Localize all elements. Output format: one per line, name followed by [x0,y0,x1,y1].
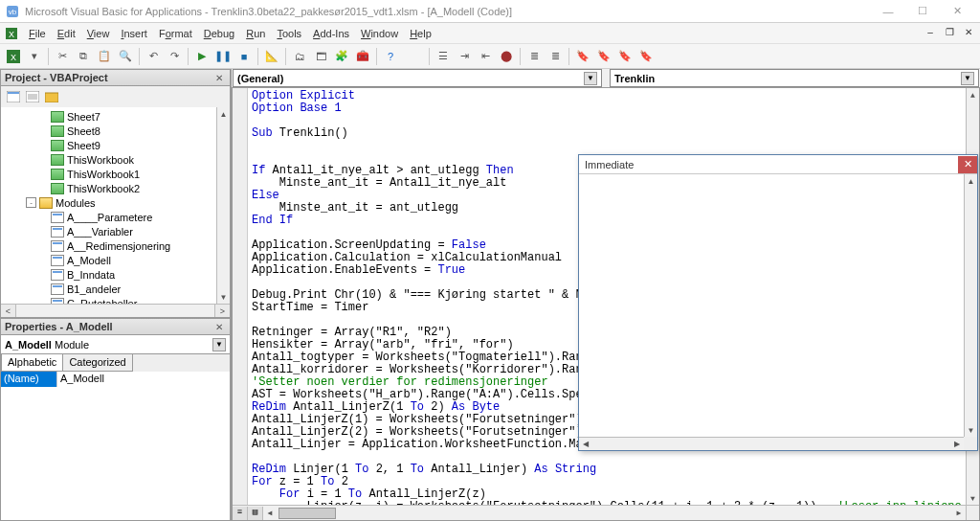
immediate-window[interactable]: Immediate ✕ ▲▼ ◀▶ [578,154,978,451]
project-panel-close-icon[interactable]: ✕ [212,71,226,84]
tree-scroll-left-icon[interactable]: < [1,304,16,317]
tree-item[interactable]: A___Variabler [1,224,230,238]
toolbox-icon[interactable]: 🧰 [353,47,372,66]
tree-item[interactable]: Sheet8 [1,124,230,138]
full-module-view-icon[interactable]: ▤ [248,507,263,520]
mdi-close-button[interactable]: ✕ [961,25,976,38]
code-procedure-dropdown[interactable]: Trenklin ▼ [610,69,979,87]
indent-icon[interactable]: ⇥ [455,47,474,66]
dropdown-arrow-icon[interactable]: ▼ [961,72,974,85]
bookmark-clear-icon[interactable]: 🔖 [636,47,656,66]
find-icon[interactable]: 🔍 [116,47,135,66]
svg-rect-10 [45,93,58,102]
properties-grid[interactable]: (Name) A_Modell [0,372,231,521]
view-excel-icon[interactable]: X [4,47,23,66]
tree-vertical-scrollbar[interactable]: ▲▼ [216,107,230,304]
menu-window[interactable]: Window [355,26,404,41]
breakpoint-icon[interactable]: ⬤ [497,47,516,66]
immediate-titlebar[interactable]: Immediate ✕ [579,155,977,174]
break-icon[interactable]: ❚❚ [213,47,233,66]
paste-icon[interactable]: 📋 [95,47,114,66]
toggle-folders-icon[interactable] [43,88,60,105]
menu-edit[interactable]: Edit [52,26,81,41]
tree-item[interactable]: A_Modell [1,253,230,267]
uncomment-block-icon[interactable]: ≣ [546,47,565,66]
tree-item[interactable]: ThisWorkbook2 [1,181,230,195]
bookmark-next-icon[interactable]: 🔖 [594,47,613,66]
object-browser-icon[interactable]: 🧩 [332,47,351,66]
menu-debug[interactable]: Debug [198,26,240,41]
procedure-view-icon[interactable]: ≡ [233,507,248,520]
mod-icon [51,255,64,266]
project-panel-header[interactable]: Project - VBAProject ✕ [0,69,231,86]
tree-item[interactable]: A__Redimensjonering [1,238,230,253]
window-close-button[interactable]: ✕ [940,2,974,21]
immediate-close-button[interactable]: ✕ [958,156,977,173]
undo-icon[interactable]: ↶ [144,47,163,66]
cut-icon[interactable]: ✂ [53,47,72,66]
excel-doc-icon: X [4,26,19,41]
property-value[interactable]: A_Modell [56,372,230,387]
mdi-minimize-button[interactable]: – [923,25,938,38]
menu-format[interactable]: Format [153,26,198,41]
menu-run[interactable]: Run [240,26,271,41]
edit-toolbar-list-icon[interactable]: ☰ [434,47,453,66]
outdent-icon[interactable]: ⇤ [476,47,495,66]
menu-tools[interactable]: Tools [271,26,307,41]
immediate-body[interactable]: ▲▼ ◀▶ [579,174,977,450]
tab-categorized[interactable]: Categorized [62,354,132,372]
tree-item[interactable]: B1_andeler [1,282,230,296]
project-explorer-icon[interactable]: 🗂 [290,47,309,66]
design-mode-icon[interactable]: 📐 [262,47,281,66]
book-icon [51,169,64,180]
project-tree[interactable]: Sheet7Sheet8Sheet9ThisWorkbookThisWorkbo… [0,107,231,318]
help-icon[interactable]: ? [381,47,400,66]
tree-item-label: ThisWorkbook2 [67,183,140,194]
tab-alphabetic[interactable]: Alphabetic [1,354,63,372]
tree-item[interactable]: ThisWorkbook [1,152,230,167]
properties-object-selector[interactable]: A_Modell Module ▼ [0,335,231,354]
tree-expander-icon[interactable]: - [26,197,36,208]
tree-item[interactable]: Sheet9 [1,138,230,152]
window-maximize-button[interactable]: ☐ [905,2,940,21]
menu-insert[interactable]: Insert [115,26,153,41]
run-icon[interactable]: ▶ [192,47,212,66]
code-horizontal-scrollbar[interactable]: ≡ ▤ ◀ ▶ [233,505,966,520]
tree-item-label: A_Modell [67,255,111,266]
properties-window-icon[interactable]: 🗔 [311,47,330,66]
mod-icon [51,269,64,281]
sheet-icon [51,125,64,137]
toolbar-dropdown-icon[interactable]: ▾ [25,47,44,66]
tree-item[interactable]: A____Parametere [1,210,230,224]
properties-panel-header[interactable]: Properties - A_Modell ✕ [0,318,231,335]
properties-panel-close-icon[interactable]: ✕ [212,320,226,333]
bookmark-prev-icon[interactable]: 🔖 [615,47,635,66]
tree-item[interactable]: Sheet7 [1,109,230,124]
window-controls: — ☐ ✕ [871,2,974,21]
dropdown-arrow-icon[interactable]: ▼ [212,338,226,351]
tree-item[interactable]: ThisWorkbook1 [1,167,230,181]
window-minimize-button[interactable]: — [871,2,905,21]
menu-addins[interactable]: Add-Ins [307,26,355,41]
menu-view[interactable]: View [81,26,116,41]
mdi-restore-button[interactable]: ❐ [942,25,957,38]
dropdown-arrow-icon[interactable]: ▼ [584,72,597,85]
code-margin[interactable] [233,88,248,505]
immediate-vertical-scrollbar[interactable]: ▲▼ [964,174,977,437]
tree-horizontal-scrollbar[interactable] [16,304,214,317]
redo-icon[interactable]: ↷ [165,47,184,66]
copy-icon[interactable]: ⧉ [74,47,93,66]
bookmark-toggle-icon[interactable]: 🔖 [573,47,592,66]
comment-block-icon[interactable]: ≣ [524,47,544,66]
menu-bar: X File Edit View Insert Format Debug Run… [0,23,980,44]
menu-file[interactable]: File [23,26,52,41]
tree-item[interactable]: B_Inndata [1,267,230,282]
view-object-icon[interactable] [24,88,41,105]
tree-scroll-right-icon[interactable]: > [214,304,230,317]
tree-item[interactable]: -Modules [1,195,230,210]
code-object-dropdown[interactable]: (General) ▼ [233,69,602,87]
view-code-icon[interactable] [5,88,22,105]
menu-help[interactable]: Help [404,26,437,41]
immediate-horizontal-scrollbar[interactable]: ◀▶ [579,437,964,450]
reset-icon[interactable]: ■ [234,47,254,66]
